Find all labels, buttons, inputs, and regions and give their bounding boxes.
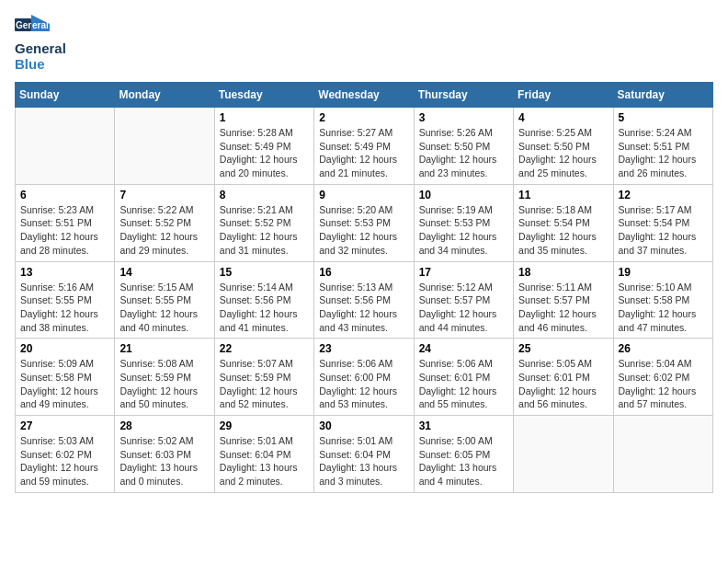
calendar-week-row: 13 Sunrise: 5:16 AMSunset: 5:55 PMDaylig… bbox=[16, 261, 713, 339]
day-number: 9 bbox=[319, 189, 408, 201]
calendar-cell: 2 Sunrise: 5:27 AMSunset: 5:49 PMDayligh… bbox=[314, 108, 414, 185]
weekday-header-sunday: Sunday bbox=[16, 83, 115, 108]
day-number: 24 bbox=[419, 342, 508, 355]
day-number: 4 bbox=[518, 111, 608, 124]
logo-text-blue: Blue bbox=[15, 56, 45, 72]
day-detail: Sunrise: 5:17 AMSunset: 5:54 PMDaylight:… bbox=[619, 203, 708, 258]
day-number: 16 bbox=[319, 266, 408, 279]
day-number: 22 bbox=[220, 342, 309, 355]
calendar-cell: 1 Sunrise: 5:28 AMSunset: 5:49 PMDayligh… bbox=[214, 108, 313, 185]
calendar-cell: 8 Sunrise: 5:21 AMSunset: 5:52 PMDayligh… bbox=[214, 184, 313, 261]
day-number: 25 bbox=[518, 342, 608, 355]
calendar-cell: 17 Sunrise: 5:12 AMSunset: 5:57 PMDaylig… bbox=[414, 261, 513, 339]
day-detail: Sunrise: 5:10 AMSunset: 5:58 PMDaylight:… bbox=[619, 281, 708, 335]
day-detail: Sunrise: 5:27 AMSunset: 5:49 PMDaylight:… bbox=[319, 126, 408, 180]
day-number: 18 bbox=[518, 266, 608, 279]
calendar-cell: 19 Sunrise: 5:10 AMSunset: 5:58 PMDaylig… bbox=[613, 261, 712, 339]
calendar-table: SundayMondayTuesdayWednesdayThursdayFrid… bbox=[15, 82, 713, 493]
calendar-cell bbox=[613, 416, 712, 493]
day-detail: Sunrise: 5:14 AMSunset: 5:56 PMDaylight:… bbox=[220, 281, 309, 335]
calendar-cell: 22 Sunrise: 5:07 AMSunset: 5:59 PMDaylig… bbox=[214, 339, 313, 416]
day-number: 17 bbox=[419, 266, 508, 279]
calendar-week-row: 27 Sunrise: 5:03 AMSunset: 6:02 PMDaylig… bbox=[16, 416, 713, 493]
calendar-cell bbox=[16, 108, 115, 185]
day-detail: Sunrise: 5:13 AMSunset: 5:56 PMDaylight:… bbox=[319, 281, 408, 335]
day-detail: Sunrise: 5:21 AMSunset: 5:52 PMDaylight:… bbox=[220, 203, 309, 258]
day-number: 20 bbox=[20, 342, 109, 355]
logo-icon: Gen eral bbox=[15, 15, 51, 40]
day-detail: Sunrise: 5:18 AMSunset: 5:54 PMDaylight:… bbox=[518, 203, 608, 258]
calendar-cell: 9 Sunrise: 5:20 AMSunset: 5:53 PMDayligh… bbox=[314, 184, 414, 261]
calendar-cell: 13 Sunrise: 5:16 AMSunset: 5:55 PMDaylig… bbox=[16, 261, 115, 339]
day-detail: Sunrise: 5:09 AMSunset: 5:58 PMDaylight:… bbox=[20, 357, 109, 411]
day-detail: Sunrise: 5:03 AMSunset: 6:02 PMDaylight:… bbox=[20, 434, 109, 488]
calendar-cell bbox=[115, 108, 214, 185]
day-detail: Sunrise: 5:16 AMSunset: 5:55 PMDaylight:… bbox=[20, 281, 109, 335]
day-number: 8 bbox=[220, 189, 309, 201]
calendar-body: 1 Sunrise: 5:28 AMSunset: 5:49 PMDayligh… bbox=[16, 108, 713, 493]
day-detail: Sunrise: 5:04 AMSunset: 6:02 PMDaylight:… bbox=[619, 357, 708, 411]
day-detail: Sunrise: 5:11 AMSunset: 5:57 PMDaylight:… bbox=[518, 281, 608, 335]
day-detail: Sunrise: 5:07 AMSunset: 5:59 PMDaylight:… bbox=[220, 357, 309, 411]
day-number: 5 bbox=[619, 111, 708, 124]
day-detail: Sunrise: 5:23 AMSunset: 5:51 PMDaylight:… bbox=[20, 203, 109, 258]
calendar-cell: 23 Sunrise: 5:06 AMSunset: 6:00 PMDaylig… bbox=[314, 339, 414, 416]
calendar-week-row: 20 Sunrise: 5:09 AMSunset: 5:58 PMDaylig… bbox=[16, 339, 713, 416]
day-number: 1 bbox=[220, 111, 309, 124]
day-detail: Sunrise: 5:24 AMSunset: 5:51 PMDaylight:… bbox=[619, 126, 708, 180]
day-number: 31 bbox=[419, 419, 508, 432]
day-number: 6 bbox=[20, 189, 109, 201]
calendar-cell: 7 Sunrise: 5:22 AMSunset: 5:52 PMDayligh… bbox=[115, 184, 214, 261]
day-detail: Sunrise: 5:01 AMSunset: 6:04 PMDaylight:… bbox=[220, 434, 309, 488]
day-detail: Sunrise: 5:02 AMSunset: 6:03 PMDaylight:… bbox=[119, 434, 209, 488]
day-number: 2 bbox=[319, 111, 408, 124]
day-number: 26 bbox=[619, 342, 708, 355]
calendar-cell: 4 Sunrise: 5:25 AMSunset: 5:50 PMDayligh… bbox=[514, 108, 613, 185]
calendar-cell: 29 Sunrise: 5:01 AMSunset: 6:04 PMDaylig… bbox=[214, 416, 313, 493]
day-detail: Sunrise: 5:08 AMSunset: 5:59 PMDaylight:… bbox=[119, 357, 209, 411]
weekday-header-wednesday: Wednesday bbox=[314, 83, 414, 108]
calendar-cell: 26 Sunrise: 5:04 AMSunset: 6:02 PMDaylig… bbox=[613, 339, 712, 416]
calendar-cell: 28 Sunrise: 5:02 AMSunset: 6:03 PMDaylig… bbox=[115, 416, 214, 493]
day-number: 19 bbox=[619, 266, 708, 279]
day-number: 29 bbox=[220, 419, 309, 432]
weekday-header-thursday: Thursday bbox=[414, 83, 513, 108]
calendar-cell: 24 Sunrise: 5:06 AMSunset: 6:01 PMDaylig… bbox=[414, 339, 513, 416]
calendar-cell: 5 Sunrise: 5:24 AMSunset: 5:51 PMDayligh… bbox=[613, 108, 712, 185]
calendar-cell: 31 Sunrise: 5:00 AMSunset: 6:05 PMDaylig… bbox=[414, 416, 513, 493]
day-detail: Sunrise: 5:25 AMSunset: 5:50 PMDaylight:… bbox=[518, 126, 608, 180]
day-detail: Sunrise: 5:01 AMSunset: 6:04 PMDaylight:… bbox=[319, 434, 408, 488]
day-number: 13 bbox=[20, 266, 109, 279]
day-detail: Sunrise: 5:06 AMSunset: 6:01 PMDaylight:… bbox=[419, 357, 508, 411]
calendar-cell: 16 Sunrise: 5:13 AMSunset: 5:56 PMDaylig… bbox=[314, 261, 414, 339]
calendar-cell: 27 Sunrise: 5:03 AMSunset: 6:02 PMDaylig… bbox=[16, 416, 115, 493]
calendar-week-row: 1 Sunrise: 5:28 AMSunset: 5:49 PMDayligh… bbox=[16, 108, 713, 185]
day-detail: Sunrise: 5:05 AMSunset: 6:01 PMDaylight:… bbox=[518, 357, 608, 411]
weekday-header-monday: Monday bbox=[115, 83, 214, 108]
calendar-cell: 15 Sunrise: 5:14 AMSunset: 5:56 PMDaylig… bbox=[214, 261, 313, 339]
day-detail: Sunrise: 5:15 AMSunset: 5:55 PMDaylight:… bbox=[119, 281, 209, 335]
day-number: 10 bbox=[419, 189, 508, 201]
calendar-cell: 11 Sunrise: 5:18 AMSunset: 5:54 PMDaylig… bbox=[514, 184, 613, 261]
weekday-header-tuesday: Tuesday bbox=[214, 83, 313, 108]
calendar-cell: 12 Sunrise: 5:17 AMSunset: 5:54 PMDaylig… bbox=[613, 184, 712, 261]
weekday-header-friday: Friday bbox=[514, 83, 613, 108]
logo: Gen eral General Blue bbox=[15, 15, 66, 73]
day-number: 15 bbox=[220, 266, 309, 279]
calendar-cell: 3 Sunrise: 5:26 AMSunset: 5:50 PMDayligh… bbox=[414, 108, 513, 185]
day-number: 3 bbox=[419, 111, 508, 124]
calendar-cell: 10 Sunrise: 5:19 AMSunset: 5:53 PMDaylig… bbox=[414, 184, 513, 261]
day-number: 28 bbox=[119, 419, 209, 432]
day-number: 27 bbox=[20, 419, 109, 432]
day-detail: Sunrise: 5:00 AMSunset: 6:05 PMDaylight:… bbox=[419, 434, 508, 488]
calendar-cell: 20 Sunrise: 5:09 AMSunset: 5:58 PMDaylig… bbox=[16, 339, 115, 416]
day-detail: Sunrise: 5:22 AMSunset: 5:52 PMDaylight:… bbox=[119, 203, 209, 258]
calendar-cell: 25 Sunrise: 5:05 AMSunset: 6:01 PMDaylig… bbox=[514, 339, 613, 416]
calendar-cell bbox=[514, 416, 613, 493]
logo-text-general: General bbox=[15, 40, 66, 56]
calendar-cell: 14 Sunrise: 5:15 AMSunset: 5:55 PMDaylig… bbox=[115, 261, 214, 339]
calendar-cell: 21 Sunrise: 5:08 AMSunset: 5:59 PMDaylig… bbox=[115, 339, 214, 416]
day-number: 7 bbox=[119, 189, 209, 201]
day-detail: Sunrise: 5:20 AMSunset: 5:53 PMDaylight:… bbox=[319, 203, 408, 258]
weekday-header-saturday: Saturday bbox=[613, 83, 712, 108]
